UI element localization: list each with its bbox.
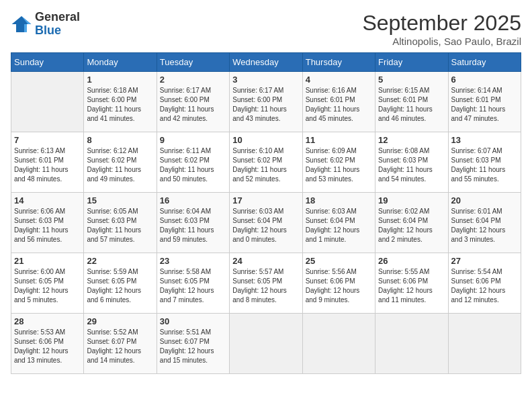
page-header: General Blue September 2025 Altinopolis,… <box>11 11 521 47</box>
day-info: Sunrise: 5:53 AM Sunset: 6:06 PM Dayligh… <box>14 328 81 365</box>
header-cell-saturday: Saturday <box>448 53 521 72</box>
day-info: Sunrise: 6:10 AM Sunset: 6:02 PM Dayligh… <box>232 146 299 184</box>
day-info: Sunrise: 5:51 AM Sunset: 6:07 PM Dayligh… <box>160 328 226 365</box>
calendar-cell: 30Sunrise: 5:51 AM Sunset: 6:07 PM Dayli… <box>157 314 229 374</box>
calendar-cell: 27Sunrise: 5:54 AM Sunset: 6:06 PM Dayli… <box>448 253 521 314</box>
day-number: 13 <box>451 135 518 145</box>
day-number: 26 <box>378 256 445 266</box>
day-number: 18 <box>306 195 372 205</box>
day-number: 19 <box>378 195 445 205</box>
day-info: Sunrise: 6:05 AM Sunset: 6:03 PM Dayligh… <box>87 207 153 244</box>
calendar-cell: 4Sunrise: 6:16 AM Sunset: 6:01 PM Daylig… <box>302 72 375 132</box>
day-info: Sunrise: 6:08 AM Sunset: 6:03 PM Dayligh… <box>378 146 445 184</box>
day-number: 25 <box>306 256 372 266</box>
calendar-week-3: 14Sunrise: 6:06 AM Sunset: 6:03 PM Dayli… <box>11 193 521 253</box>
header-row: SundayMondayTuesdayWednesdayThursdayFrid… <box>11 53 521 72</box>
day-info: Sunrise: 6:09 AM Sunset: 6:02 PM Dayligh… <box>306 146 372 184</box>
calendar-week-4: 21Sunrise: 6:00 AM Sunset: 6:05 PM Dayli… <box>11 253 521 314</box>
calendar-cell: 10Sunrise: 6:10 AM Sunset: 6:02 PM Dayli… <box>230 132 302 193</box>
day-info: Sunrise: 5:54 AM Sunset: 6:06 PM Dayligh… <box>451 267 518 305</box>
calendar-cell <box>448 314 521 374</box>
day-info: Sunrise: 6:01 AM Sunset: 6:04 PM Dayligh… <box>451 207 518 244</box>
day-info: Sunrise: 5:55 AM Sunset: 6:06 PM Dayligh… <box>378 267 445 305</box>
calendar-week-1: 1Sunrise: 6:18 AM Sunset: 6:00 PM Daylig… <box>11 72 521 132</box>
calendar-table: SundayMondayTuesdayWednesdayThursdayFrid… <box>11 52 521 374</box>
day-number: 5 <box>378 75 445 85</box>
day-info: Sunrise: 6:17 AM Sunset: 6:00 PM Dayligh… <box>232 86 299 124</box>
header-cell-monday: Monday <box>84 53 157 72</box>
day-info: Sunrise: 6:18 AM Sunset: 6:00 PM Dayligh… <box>87 86 153 124</box>
day-number: 23 <box>160 256 226 266</box>
day-number: 4 <box>306 75 372 85</box>
day-number: 22 <box>87 256 153 266</box>
calendar-cell: 26Sunrise: 5:55 AM Sunset: 6:06 PM Dayli… <box>375 253 448 314</box>
calendar-cell: 14Sunrise: 6:06 AM Sunset: 6:03 PM Dayli… <box>11 193 84 253</box>
day-number: 24 <box>232 256 299 266</box>
calendar-cell <box>230 314 302 374</box>
header-cell-wednesday: Wednesday <box>230 53 302 72</box>
day-number: 14 <box>14 195 81 205</box>
logo-text: General Blue <box>35 11 80 38</box>
day-number: 9 <box>160 135 226 145</box>
day-number: 11 <box>306 135 372 145</box>
header-cell-tuesday: Tuesday <box>157 53 229 72</box>
day-info: Sunrise: 6:00 AM Sunset: 6:05 PM Dayligh… <box>14 267 81 305</box>
calendar-cell: 3Sunrise: 6:17 AM Sunset: 6:00 PM Daylig… <box>230 72 302 132</box>
header-cell-friday: Friday <box>375 53 448 72</box>
calendar-cell <box>375 314 448 374</box>
header-cell-sunday: Sunday <box>11 53 84 72</box>
day-number: 6 <box>451 75 518 85</box>
day-info: Sunrise: 6:03 AM Sunset: 6:04 PM Dayligh… <box>306 207 372 244</box>
calendar-cell: 20Sunrise: 6:01 AM Sunset: 6:04 PM Dayli… <box>448 193 521 253</box>
day-info: Sunrise: 6:11 AM Sunset: 6:02 PM Dayligh… <box>160 146 226 184</box>
day-number: 27 <box>451 256 518 266</box>
calendar-cell: 15Sunrise: 6:05 AM Sunset: 6:03 PM Dayli… <box>84 193 157 253</box>
calendar-cell: 6Sunrise: 6:14 AM Sunset: 6:01 PM Daylig… <box>448 72 521 132</box>
day-number: 15 <box>87 195 153 205</box>
calendar-cell: 2Sunrise: 6:17 AM Sunset: 6:00 PM Daylig… <box>157 72 229 132</box>
calendar-week-2: 7Sunrise: 6:13 AM Sunset: 6:01 PM Daylig… <box>11 132 521 193</box>
day-number: 2 <box>160 75 226 85</box>
calendar-cell: 13Sunrise: 6:07 AM Sunset: 6:03 PM Dayli… <box>448 132 521 193</box>
calendar-cell: 28Sunrise: 5:53 AM Sunset: 6:06 PM Dayli… <box>11 314 84 374</box>
day-info: Sunrise: 6:17 AM Sunset: 6:00 PM Dayligh… <box>160 86 226 124</box>
calendar-cell: 9Sunrise: 6:11 AM Sunset: 6:02 PM Daylig… <box>157 132 229 193</box>
calendar-cell: 5Sunrise: 6:15 AM Sunset: 6:01 PM Daylig… <box>375 72 448 132</box>
calendar-cell: 29Sunrise: 5:52 AM Sunset: 6:07 PM Dayli… <box>84 314 157 374</box>
day-info: Sunrise: 6:07 AM Sunset: 6:03 PM Dayligh… <box>451 146 518 184</box>
day-info: Sunrise: 6:15 AM Sunset: 6:01 PM Dayligh… <box>378 86 445 124</box>
location-subtitle: Altinopolis, Sao Paulo, Brazil <box>362 36 521 47</box>
calendar-cell: 7Sunrise: 6:13 AM Sunset: 6:01 PM Daylig… <box>11 132 84 193</box>
day-number: 28 <box>14 316 81 326</box>
day-number: 30 <box>160 316 226 326</box>
calendar-header: SundayMondayTuesdayWednesdayThursdayFrid… <box>11 53 521 72</box>
day-number: 8 <box>87 135 153 145</box>
day-number: 21 <box>14 256 81 266</box>
calendar-cell: 1Sunrise: 6:18 AM Sunset: 6:00 PM Daylig… <box>84 72 157 132</box>
day-number: 1 <box>87 75 153 85</box>
day-number: 20 <box>451 195 518 205</box>
day-info: Sunrise: 6:03 AM Sunset: 6:04 PM Dayligh… <box>232 207 299 244</box>
calendar-cell: 11Sunrise: 6:09 AM Sunset: 6:02 PM Dayli… <box>302 132 375 193</box>
day-number: 7 <box>14 135 81 145</box>
calendar-cell: 19Sunrise: 6:02 AM Sunset: 6:04 PM Dayli… <box>375 193 448 253</box>
day-info: Sunrise: 6:06 AM Sunset: 6:03 PM Dayligh… <box>14 207 81 244</box>
calendar-cell: 22Sunrise: 5:59 AM Sunset: 6:05 PM Dayli… <box>84 253 157 314</box>
calendar-cell: 25Sunrise: 5:56 AM Sunset: 6:06 PM Dayli… <box>302 253 375 314</box>
logo: General Blue <box>11 11 80 38</box>
header-cell-thursday: Thursday <box>302 53 375 72</box>
day-number: 3 <box>232 75 299 85</box>
calendar-cell <box>11 72 84 132</box>
calendar-cell: 12Sunrise: 6:08 AM Sunset: 6:03 PM Dayli… <box>375 132 448 193</box>
day-info: Sunrise: 6:13 AM Sunset: 6:01 PM Dayligh… <box>14 146 81 184</box>
title-block: September 2025 Altinopolis, Sao Paulo, B… <box>362 11 521 47</box>
calendar-cell: 21Sunrise: 6:00 AM Sunset: 6:05 PM Dayli… <box>11 253 84 314</box>
day-number: 29 <box>87 316 153 326</box>
day-info: Sunrise: 6:16 AM Sunset: 6:01 PM Dayligh… <box>306 86 372 124</box>
day-info: Sunrise: 6:12 AM Sunset: 6:02 PM Dayligh… <box>87 146 153 184</box>
day-info: Sunrise: 5:59 AM Sunset: 6:05 PM Dayligh… <box>87 267 153 305</box>
day-number: 12 <box>378 135 445 145</box>
day-info: Sunrise: 6:14 AM Sunset: 6:01 PM Dayligh… <box>451 86 518 124</box>
calendar-cell <box>302 314 375 374</box>
day-info: Sunrise: 6:02 AM Sunset: 6:04 PM Dayligh… <box>378 207 445 244</box>
